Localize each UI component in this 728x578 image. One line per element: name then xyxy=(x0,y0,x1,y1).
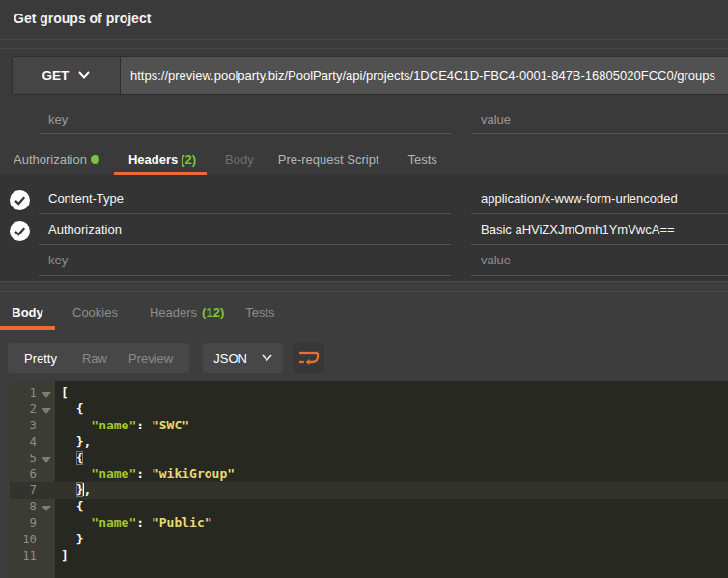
wrap-text-icon xyxy=(297,347,321,369)
code-line: { xyxy=(55,451,728,467)
code-line: }, xyxy=(55,434,728,451)
gutter-line: 11 xyxy=(10,548,55,564)
line-number: 11 xyxy=(22,548,37,564)
format-select[interactable]: JSON xyxy=(203,343,283,373)
gutter-line: 4 xyxy=(10,434,55,451)
response-toolbar: Pretty Raw Preview JSON xyxy=(8,343,324,373)
fold-toggle-icon[interactable] xyxy=(42,408,51,414)
code-line: ] xyxy=(55,548,728,564)
response-tab-headers[interactable]: Headers (12) xyxy=(150,292,224,332)
chevron-down-icon xyxy=(78,71,90,79)
header-key-field[interactable]: Authorization xyxy=(39,214,451,245)
chevron-down-icon xyxy=(262,354,272,362)
url-bar: GET https://preview.poolparty.biz/PoolPa… xyxy=(12,56,728,95)
response-tab-cookies[interactable]: Cookies xyxy=(72,292,118,332)
line-number: 3 xyxy=(30,418,37,434)
section-divider xyxy=(0,281,728,292)
gutter-line: 8 xyxy=(10,499,55,515)
checkbox-checked-icon[interactable] xyxy=(10,190,30,214)
header-value-field[interactable]: application/x-www-form-urlencoded xyxy=(471,183,728,214)
header-key-field[interactable]: Content-Type xyxy=(39,183,451,214)
title-divider-band xyxy=(0,40,728,49)
method-label: GET xyxy=(42,69,70,83)
view-preview-button[interactable]: Preview xyxy=(116,351,189,366)
gutter-line: 5 xyxy=(10,451,55,467)
tab-body[interactable]: Body xyxy=(225,152,254,167)
header-row-empty: key value xyxy=(0,245,728,276)
headers-count: (2) xyxy=(181,152,196,167)
gutter-line: 3 xyxy=(10,418,55,434)
fold-toggle-icon[interactable] xyxy=(42,392,51,398)
gutter-line: 9 xyxy=(10,515,55,532)
tab-authorization[interactable]: Authorization xyxy=(14,152,99,167)
editor-gutter: 1234567891011 xyxy=(10,381,55,578)
line-number: 5 xyxy=(30,451,37,467)
request-tabs: Authorization Headers (2) Body Pre-reque… xyxy=(0,145,728,175)
response-body-editor[interactable]: 1234567891011 [ { "name": "SWC" }, { "na… xyxy=(10,381,728,578)
tab-headers[interactable]: Headers (2) xyxy=(128,152,196,167)
line-number: 7 xyxy=(30,482,37,499)
view-raw-button[interactable]: Raw xyxy=(73,351,116,366)
code-line: { xyxy=(55,499,728,515)
request-title: Get groups of project xyxy=(14,11,151,26)
header-value-input[interactable]: value xyxy=(471,245,728,276)
line-number: 2 xyxy=(30,401,37,418)
line-number: 8 xyxy=(30,499,37,515)
request-title-bar: Get groups of project xyxy=(0,0,728,40)
code-line: [ xyxy=(55,385,728,401)
header-row: Content-Typeapplication/x-www-form-urlen… xyxy=(0,183,728,214)
fold-toggle-icon[interactable] xyxy=(42,506,51,511)
gutter-line: 2 xyxy=(10,401,55,418)
header-value-field[interactable]: Basic aHViZXJmOmh1YmVwcA== xyxy=(471,214,728,245)
code-line: }, xyxy=(55,482,728,499)
wrap-text-button[interactable] xyxy=(294,343,324,373)
header-key-input[interactable]: key xyxy=(39,245,451,276)
code-line: } xyxy=(55,532,728,548)
response-tabs: Body Cookies Headers (12) Tests xyxy=(0,292,728,332)
checkbox-checked-icon[interactable] xyxy=(10,221,30,245)
code-line: "name": "Public" xyxy=(55,515,728,532)
line-number: 4 xyxy=(30,434,37,451)
view-pretty-button[interactable]: Pretty xyxy=(8,351,73,366)
response-headers-count: (12) xyxy=(202,305,224,319)
url-input[interactable]: https://preview.poolparty.biz/PoolParty/… xyxy=(121,57,728,94)
gutter-line: 6 xyxy=(10,466,55,482)
param-value-input[interactable]: value xyxy=(471,104,728,134)
param-key-input[interactable]: key xyxy=(39,104,451,134)
line-number: 9 xyxy=(30,515,37,532)
gutter-line: 7 xyxy=(10,482,55,499)
view-mode-group: Pretty Raw Preview xyxy=(8,343,189,373)
fold-toggle-icon[interactable] xyxy=(42,457,51,463)
method-select[interactable]: GET xyxy=(13,57,121,94)
line-number: 6 xyxy=(30,466,37,482)
line-number: 1 xyxy=(30,385,37,401)
editor-code: [ { "name": "SWC" }, { "name": "wikiGrou… xyxy=(55,381,728,578)
code-line: { xyxy=(55,401,728,418)
tab-pre-request-script[interactable]: Pre-request Script xyxy=(278,152,379,167)
header-row: AuthorizationBasic aHViZXJmOmh1YmVwcA== xyxy=(0,214,728,245)
headers-editor-panel: Content-Typeapplication/x-www-form-urlen… xyxy=(0,175,728,281)
response-section: Body Cookies Headers (12) Tests Pretty R… xyxy=(0,292,728,578)
url-text: https://preview.poolparty.biz/PoolParty/… xyxy=(130,69,715,83)
gutter-line: 10 xyxy=(10,532,55,548)
gutter-line: 1 xyxy=(10,385,55,401)
code-line: "name": "wikiGroup" xyxy=(55,466,728,482)
line-number: 10 xyxy=(22,532,37,548)
tab-tests[interactable]: Tests xyxy=(408,152,437,167)
response-tab-tests[interactable]: Tests xyxy=(245,292,274,332)
authorization-status-dot xyxy=(91,155,99,164)
response-tab-body[interactable]: Body xyxy=(0,292,55,332)
code-line: "name": "SWC" xyxy=(55,418,728,434)
